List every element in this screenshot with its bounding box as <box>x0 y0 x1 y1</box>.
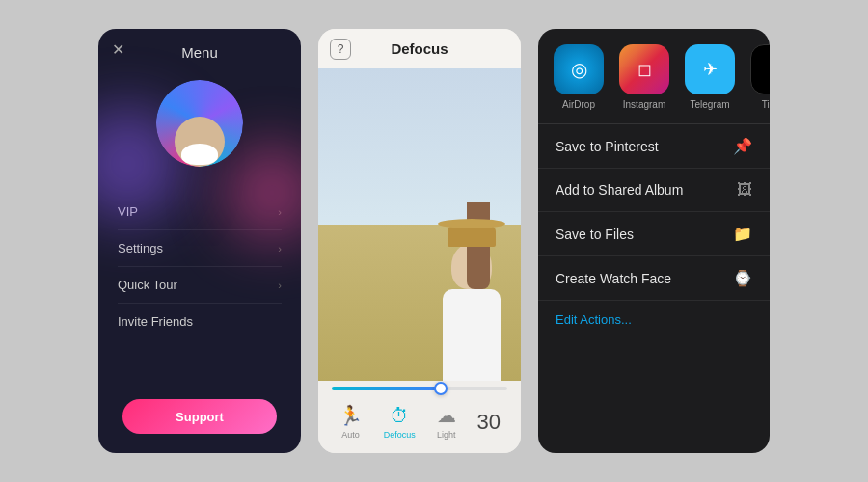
defocus-icon: ⏱ <box>390 405 409 427</box>
chevron-right-icon: › <box>278 243 282 254</box>
hat-brim <box>438 219 505 228</box>
light-icon: ☁ <box>437 404 456 427</box>
action-list: Save to Pinterest 📌 Add to Shared Album … <box>538 124 770 443</box>
menu-item-settings-label: Settings <box>118 241 163 255</box>
airdrop-label: AirDrop <box>562 99 595 110</box>
app-airdrop[interactable]: ◎ AirDrop <box>554 44 604 110</box>
album-icon: 🖼 <box>737 181 752 199</box>
action-shared-album-label: Add to Shared Album <box>556 182 683 198</box>
slider-fill <box>332 387 437 390</box>
bottom-toolbar: 🏃 Auto ⏱ Defocus ☁ Light 30 <box>318 394 521 453</box>
app-instagram[interactable]: ◻ Instagram <box>619 44 669 110</box>
airdrop-icon: ◎ <box>554 44 604 94</box>
app-telegram[interactable]: ✈ Telegram <box>685 44 735 110</box>
menu-item-quick-tour[interactable]: Quick Tour › <box>118 267 282 304</box>
tool-defocus[interactable]: ⏱ Defocus <box>384 405 416 440</box>
avatar-mask <box>181 144 218 165</box>
instagram-icon: ◻ <box>619 44 669 94</box>
slider-thumb[interactable] <box>434 382 448 395</box>
pin-icon: 📌 <box>733 137 752 155</box>
action-watch-face[interactable]: Create Watch Face ⌚ <box>538 256 770 301</box>
app-row: ◎ AirDrop ◻ Instagram ✈ Telegram ♪ TikTo… <box>538 44 770 124</box>
defocus-title: Defocus <box>391 40 448 57</box>
airdrop-symbol: ◎ <box>571 58 587 81</box>
tiktok-label: TikTok <box>762 99 770 110</box>
menu-item-quick-tour-label: Quick Tour <box>118 278 177 292</box>
watch-icon: ⌚ <box>733 269 752 287</box>
telegram-label: Telegram <box>690 99 729 110</box>
telegram-icon: ✈ <box>685 44 735 94</box>
tool-light[interactable]: ☁ Light <box>437 404 456 440</box>
menu-item-invite-friends[interactable]: Invite Friends <box>118 304 282 339</box>
telegram-symbol: ✈ <box>703 59 718 80</box>
tool-defocus-label: Defocus <box>384 430 416 440</box>
sky-bg <box>318 68 521 240</box>
app-tiktok[interactable]: ♪ TikTok <box>750 44 770 110</box>
slider-track[interactable] <box>332 387 507 390</box>
person-body <box>443 289 501 381</box>
tool-auto-label: Auto <box>341 430 360 440</box>
tool-number: 30 <box>477 412 501 433</box>
folder-icon: 📁 <box>733 225 752 243</box>
defocus-slider[interactable] <box>318 381 521 394</box>
tool-light-label: Light <box>437 430 456 440</box>
support-button[interactable]: Support <box>122 399 277 434</box>
help-button[interactable]: ? <box>330 39 351 60</box>
action-save-files[interactable]: Save to Files 📁 <box>538 212 770 256</box>
tiktok-icon: ♪ <box>750 44 770 94</box>
action-watch-face-label: Create Watch Face <box>556 271 671 286</box>
instagram-symbol: ◻ <box>637 59 652 80</box>
chevron-right-icon: › <box>278 280 282 291</box>
person <box>438 219 505 381</box>
tool-auto[interactable]: 🏃 Auto <box>339 404 363 440</box>
avatar <box>156 80 243 167</box>
menu-panel: ✕ Menu VIP › Settings › Quick Tour › Inv… <box>98 29 301 453</box>
share-sheet-panel: ◎ AirDrop ◻ Instagram ✈ Telegram ♪ TikTo… <box>538 29 770 453</box>
edit-actions-button[interactable]: Edit Actions... <box>538 301 770 338</box>
photo-area <box>318 68 521 381</box>
menu-item-invite-friends-label: Invite Friends <box>118 314 193 329</box>
action-pinterest-label: Save to Pinterest <box>556 139 659 154</box>
action-shared-album[interactable]: Add to Shared Album 🖼 <box>538 169 770 212</box>
defocus-header: ? Defocus <box>318 29 521 68</box>
auto-icon: 🏃 <box>339 404 363 427</box>
close-button[interactable]: ✕ <box>112 40 124 59</box>
defocus-panel: ? Defocus <box>318 29 521 453</box>
hat-crown <box>448 226 496 247</box>
menu-title: Menu <box>181 44 218 61</box>
action-files-label: Save to Files <box>556 227 634 242</box>
instagram-label: Instagram <box>623 99 665 110</box>
tool-number-value: 30 <box>477 412 501 433</box>
action-save-pinterest[interactable]: Save to Pinterest 📌 <box>538 124 770 169</box>
